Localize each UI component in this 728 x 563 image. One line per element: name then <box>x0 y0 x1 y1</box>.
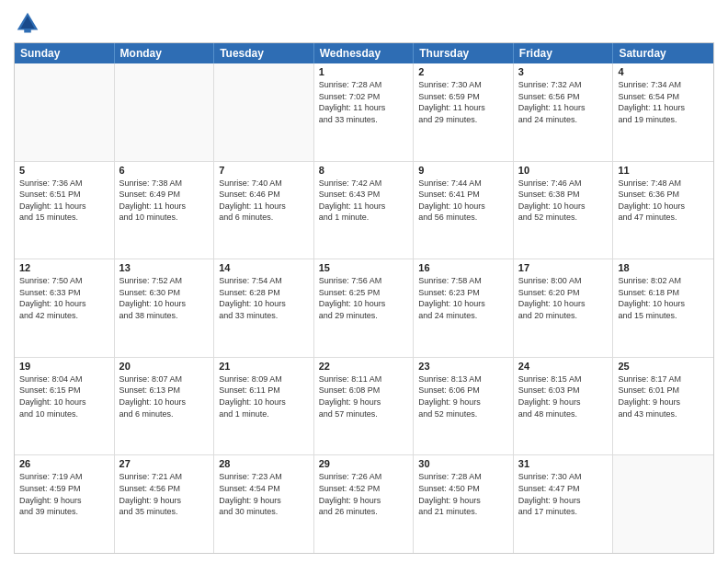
day-cell: 29Sunrise: 7:26 AM Sunset: 4:52 PM Dayli… <box>314 455 415 553</box>
day-info: Sunrise: 8:11 AM Sunset: 6:08 PM Dayligh… <box>319 373 409 419</box>
day-info: Sunrise: 7:44 AM Sunset: 6:41 PM Dayligh… <box>418 178 508 224</box>
day-number: 26 <box>19 458 109 469</box>
day-number: 5 <box>19 165 109 176</box>
day-info: Sunrise: 7:58 AM Sunset: 6:23 PM Dayligh… <box>418 275 508 321</box>
day-number: 16 <box>418 262 508 273</box>
day-cell: 6Sunrise: 7:38 AM Sunset: 6:49 PM Daylig… <box>115 162 215 259</box>
logo-icon <box>14 9 41 37</box>
day-cell: 22Sunrise: 8:11 AM Sunset: 6:08 PM Dayli… <box>314 358 415 455</box>
day-cell: 26Sunrise: 7:19 AM Sunset: 4:59 PM Dayli… <box>15 455 115 553</box>
day-number: 1 <box>319 66 409 77</box>
day-info: Sunrise: 8:02 AM Sunset: 6:18 PM Dayligh… <box>618 275 709 321</box>
day-info: Sunrise: 7:30 AM Sunset: 6:59 PM Dayligh… <box>418 79 508 125</box>
day-header: Thursday <box>414 43 514 63</box>
day-number: 3 <box>518 66 609 77</box>
week-row: 19Sunrise: 8:04 AM Sunset: 6:15 PM Dayli… <box>15 358 713 456</box>
day-info: Sunrise: 8:13 AM Sunset: 6:06 PM Dayligh… <box>418 373 508 419</box>
day-header: Monday <box>115 43 215 63</box>
day-number: 12 <box>19 262 109 273</box>
empty-day-cell <box>214 63 314 161</box>
day-info: Sunrise: 7:21 AM Sunset: 4:56 PM Dayligh… <box>119 471 210 517</box>
day-cell: 20Sunrise: 8:07 AM Sunset: 6:13 PM Dayli… <box>115 358 215 455</box>
day-info: Sunrise: 8:15 AM Sunset: 6:03 PM Dayligh… <box>518 373 609 419</box>
day-cell: 16Sunrise: 7:58 AM Sunset: 6:23 PM Dayli… <box>414 259 514 357</box>
day-number: 11 <box>618 165 709 176</box>
day-info: Sunrise: 7:28 AM Sunset: 7:02 PM Dayligh… <box>319 79 409 125</box>
empty-day-cell <box>15 63 115 161</box>
day-cell: 12Sunrise: 7:50 AM Sunset: 6:33 PM Dayli… <box>15 259 115 357</box>
day-header: Tuesday <box>214 43 314 63</box>
day-number: 18 <box>618 262 709 273</box>
day-cell: 21Sunrise: 8:09 AM Sunset: 6:11 PM Dayli… <box>214 358 314 455</box>
day-number: 25 <box>618 361 709 372</box>
day-number: 17 <box>518 262 609 273</box>
day-number: 4 <box>618 66 709 77</box>
svg-rect-2 <box>24 29 31 33</box>
day-cell: 27Sunrise: 7:21 AM Sunset: 4:56 PM Dayli… <box>115 455 215 553</box>
day-cell: 15Sunrise: 7:56 AM Sunset: 6:25 PM Dayli… <box>314 259 415 357</box>
day-number: 30 <box>418 458 508 469</box>
empty-day-cell <box>613 455 713 553</box>
day-cell: 8Sunrise: 7:42 AM Sunset: 6:43 PM Daylig… <box>314 162 415 259</box>
week-row: 1Sunrise: 7:28 AM Sunset: 7:02 PM Daylig… <box>15 63 713 162</box>
day-number: 21 <box>219 361 309 372</box>
weeks: 1Sunrise: 7:28 AM Sunset: 7:02 PM Daylig… <box>15 63 713 553</box>
day-number: 8 <box>319 165 409 176</box>
day-info: Sunrise: 7:52 AM Sunset: 6:30 PM Dayligh… <box>119 275 210 321</box>
day-info: Sunrise: 8:17 AM Sunset: 6:01 PM Dayligh… <box>618 373 709 419</box>
day-cell: 28Sunrise: 7:23 AM Sunset: 4:54 PM Dayli… <box>214 455 314 553</box>
day-number: 7 <box>219 165 309 176</box>
day-cell: 24Sunrise: 8:15 AM Sunset: 6:03 PM Dayli… <box>514 358 614 455</box>
day-header: Sunday <box>15 43 115 63</box>
day-cell: 30Sunrise: 7:28 AM Sunset: 4:50 PM Dayli… <box>414 455 514 553</box>
day-number: 24 <box>518 361 609 372</box>
day-cell: 10Sunrise: 7:46 AM Sunset: 6:38 PM Dayli… <box>514 162 614 259</box>
day-info: Sunrise: 7:50 AM Sunset: 6:33 PM Dayligh… <box>19 275 109 321</box>
day-header: Wednesday <box>314 43 415 63</box>
day-info: Sunrise: 7:42 AM Sunset: 6:43 PM Dayligh… <box>319 178 409 224</box>
day-cell: 31Sunrise: 7:30 AM Sunset: 4:47 PM Dayli… <box>514 455 614 553</box>
week-row: 5Sunrise: 7:36 AM Sunset: 6:51 PM Daylig… <box>15 162 713 260</box>
day-cell: 9Sunrise: 7:44 AM Sunset: 6:41 PM Daylig… <box>414 162 514 259</box>
day-info: Sunrise: 8:00 AM Sunset: 6:20 PM Dayligh… <box>518 275 609 321</box>
day-cell: 18Sunrise: 8:02 AM Sunset: 6:18 PM Dayli… <box>613 259 713 357</box>
day-number: 9 <box>418 165 508 176</box>
week-row: 12Sunrise: 7:50 AM Sunset: 6:33 PM Dayli… <box>15 259 713 358</box>
day-info: Sunrise: 7:23 AM Sunset: 4:54 PM Dayligh… <box>219 471 309 517</box>
day-number: 10 <box>518 165 609 176</box>
day-cell: 13Sunrise: 7:52 AM Sunset: 6:30 PM Dayli… <box>115 259 215 357</box>
day-info: Sunrise: 7:56 AM Sunset: 6:25 PM Dayligh… <box>319 275 409 321</box>
day-header: Saturday <box>613 43 713 63</box>
day-number: 6 <box>119 165 210 176</box>
calendar: SundayMondayTuesdayWednesdayThursdayFrid… <box>14 42 714 554</box>
day-info: Sunrise: 7:36 AM Sunset: 6:51 PM Dayligh… <box>19 178 109 224</box>
day-cell: 7Sunrise: 7:40 AM Sunset: 6:46 PM Daylig… <box>214 162 314 259</box>
day-number: 22 <box>319 361 409 372</box>
empty-day-cell <box>115 63 215 161</box>
day-info: Sunrise: 7:28 AM Sunset: 4:50 PM Dayligh… <box>418 471 508 517</box>
week-row: 26Sunrise: 7:19 AM Sunset: 4:59 PM Dayli… <box>15 455 713 553</box>
day-info: Sunrise: 8:04 AM Sunset: 6:15 PM Dayligh… <box>19 373 109 419</box>
day-number: 28 <box>219 458 309 469</box>
day-cell: 14Sunrise: 7:54 AM Sunset: 6:28 PM Dayli… <box>214 259 314 357</box>
day-headers: SundayMondayTuesdayWednesdayThursdayFrid… <box>15 43 713 63</box>
page: SundayMondayTuesdayWednesdayThursdayFrid… <box>0 0 728 563</box>
day-number: 2 <box>418 66 508 77</box>
day-cell: 17Sunrise: 8:00 AM Sunset: 6:20 PM Dayli… <box>514 259 614 357</box>
day-info: Sunrise: 7:54 AM Sunset: 6:28 PM Dayligh… <box>219 275 309 321</box>
day-info: Sunrise: 7:32 AM Sunset: 6:56 PM Dayligh… <box>518 79 609 125</box>
day-cell: 1Sunrise: 7:28 AM Sunset: 7:02 PM Daylig… <box>314 63 415 161</box>
day-cell: 3Sunrise: 7:32 AM Sunset: 6:56 PM Daylig… <box>514 63 614 161</box>
day-info: Sunrise: 8:07 AM Sunset: 6:13 PM Dayligh… <box>119 373 210 419</box>
header <box>14 9 714 37</box>
day-number: 15 <box>319 262 409 273</box>
day-number: 31 <box>518 458 609 469</box>
day-cell: 23Sunrise: 8:13 AM Sunset: 6:06 PM Dayli… <box>414 358 514 455</box>
day-info: Sunrise: 7:40 AM Sunset: 6:46 PM Dayligh… <box>219 178 309 224</box>
day-header: Friday <box>514 43 614 63</box>
day-info: Sunrise: 7:19 AM Sunset: 4:59 PM Dayligh… <box>19 471 109 517</box>
day-info: Sunrise: 7:38 AM Sunset: 6:49 PM Dayligh… <box>119 178 210 224</box>
day-cell: 11Sunrise: 7:48 AM Sunset: 6:36 PM Dayli… <box>613 162 713 259</box>
day-cell: 2Sunrise: 7:30 AM Sunset: 6:59 PM Daylig… <box>414 63 514 161</box>
logo <box>14 9 45 37</box>
